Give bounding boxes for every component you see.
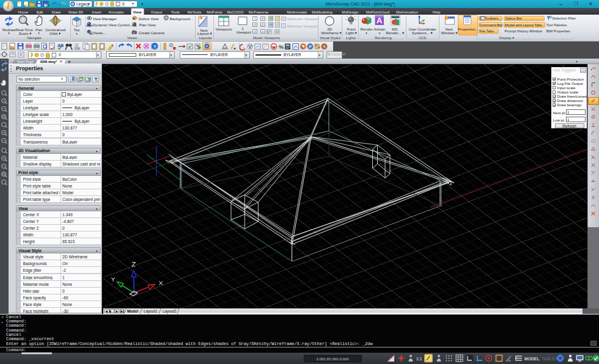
svg-text:MODEL: MODEL: [524, 357, 540, 361]
svg-text:TABLET: TABLET: [542, 357, 558, 361]
svg-text:1:1: 1:1: [416, 357, 422, 361]
